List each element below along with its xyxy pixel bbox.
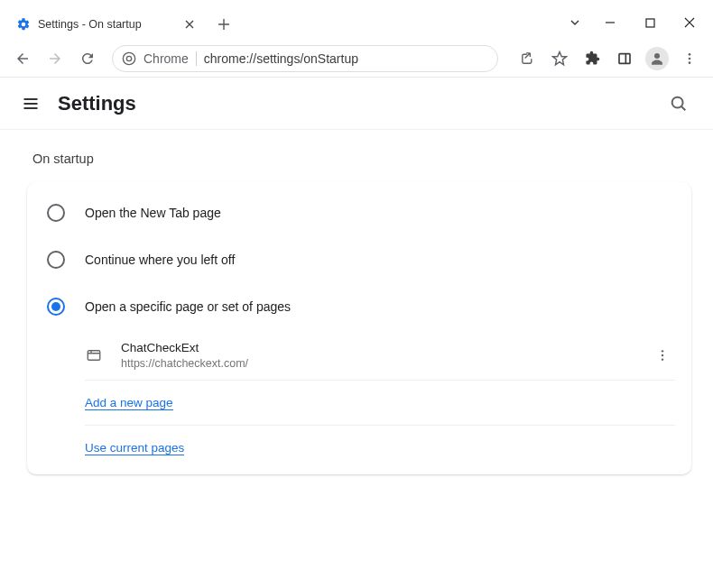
radio-checked-icon [47,298,65,316]
svg-point-7 [689,57,691,60]
close-tab-icon[interactable] [182,17,197,32]
page-info: ChatCheckExt https://chatcheckext.com/ [121,340,650,370]
chrome-logo-icon [122,51,136,66]
svg-point-5 [654,53,660,59]
option-label: Open the New Tab page [85,206,221,220]
svg-point-2 [126,56,131,60]
svg-line-10 [681,106,685,109]
radio-unchecked-icon [47,204,65,222]
titlebar: Settings - On startup [0,0,713,40]
avatar-icon [645,47,669,70]
svg-point-12 [662,350,663,352]
svg-point-1 [123,52,134,64]
new-tab-button[interactable] [211,12,236,37]
tab-title: Settings - On startup [38,18,177,31]
option-continue[interactable]: Continue where you left off [27,236,691,283]
address-bar[interactable]: Chrome chrome://settings/onStartup [112,45,498,72]
add-page-row: Add a new page [85,381,675,426]
sidepanel-icon[interactable] [610,45,639,72]
tab-search-chevron-icon[interactable] [560,8,590,37]
minimize-button[interactable] [590,8,630,37]
startup-page-list: ChatCheckExt https://chatcheckext.com/ A… [85,330,675,471]
share-icon[interactable] [513,45,542,72]
svg-rect-11 [88,350,100,360]
svg-point-6 [689,53,691,56]
address-url: chrome://settings/onStartup [204,51,358,66]
back-button[interactable] [9,45,36,72]
address-divider [196,51,197,66]
settings-content: On startup Open the New Tab page Continu… [0,130,713,474]
radio-unchecked-icon [47,251,65,269]
svg-rect-0 [646,19,654,27]
bookmark-star-icon[interactable] [545,45,574,72]
list-item: ChatCheckExt https://chatcheckext.com/ [85,330,675,381]
browser-tab[interactable]: Settings - On startup [7,9,206,40]
svg-point-14 [662,358,663,360]
close-window-button[interactable] [670,8,709,37]
toolbar: Chrome chrome://settings/onStartup [0,40,713,78]
add-page-link[interactable]: Add a new page [85,396,173,410]
search-button[interactable] [661,86,697,122]
settings-gear-icon [16,17,31,32]
svg-point-8 [689,61,691,64]
option-specific-pages[interactable]: Open a specific page or set of pages [27,283,691,330]
reload-button[interactable] [74,45,101,72]
option-label: Continue where you left off [85,253,235,267]
svg-point-13 [662,354,663,355]
extensions-puzzle-icon[interactable] [578,45,607,72]
profile-avatar-button[interactable] [643,45,671,72]
page-url: https://chatcheckext.com/ [121,357,650,370]
kebab-menu-icon[interactable] [675,45,704,72]
page-favicon-icon [85,346,103,364]
page-title: Settings [58,92,661,115]
page-name: ChatCheckExt [121,340,650,357]
address-prefix: Chrome [144,51,189,66]
page-more-button[interactable] [650,343,675,368]
forward-button[interactable] [42,45,69,72]
use-current-row: Use current pages [85,426,675,471]
section-title: On startup [32,152,700,166]
option-new-tab[interactable]: Open the New Tab page [27,189,691,236]
settings-page-header: Settings [0,78,713,130]
hamburger-menu-button[interactable] [16,89,45,118]
window-controls [560,5,713,40]
svg-point-9 [672,96,683,107]
startup-card: Open the New Tab page Continue where you… [27,182,691,474]
maximize-button[interactable] [630,8,670,37]
use-current-link[interactable]: Use current pages [85,441,184,455]
svg-rect-3 [619,53,630,63]
option-label: Open a specific page or set of pages [85,299,291,314]
